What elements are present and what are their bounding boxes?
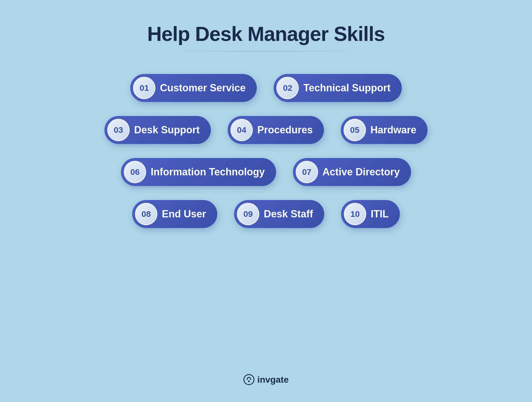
skill-label-08: End User <box>162 208 209 220</box>
skill-number-03: 03 <box>107 119 130 141</box>
svg-point-1 <box>248 380 250 382</box>
skill-number-09: 09 <box>237 203 259 225</box>
brand-logo: invgate <box>243 374 289 385</box>
skill-label-06: Information Technology <box>151 166 267 178</box>
skills-container: 01 Customer Service 02 Technical Support… <box>0 74 532 228</box>
skill-number-02: 02 <box>276 77 299 99</box>
skills-row-2: 03 Desk Support 04 Procedures 05 Hardwar… <box>104 116 428 144</box>
skill-pill-09: 09 Desk Staff <box>234 200 324 228</box>
skill-label-07: Active Directory <box>323 166 403 178</box>
skill-pill-08: 08 End User <box>132 200 217 228</box>
skill-number-01: 01 <box>133 77 155 99</box>
title-section: Help Desk Manager Skills <box>0 22 532 52</box>
page-title: Help Desk Manager Skills <box>0 22 532 45</box>
skill-number-04: 04 <box>230 119 253 141</box>
skill-label-04: Procedures <box>257 124 316 136</box>
skill-number-07: 07 <box>296 161 318 183</box>
skill-pill-07: 07 Active Directory <box>293 158 411 186</box>
skill-label-09: Desk Staff <box>264 208 316 220</box>
skill-label-02: Technical Support <box>303 82 393 94</box>
skill-pill-06: 06 Information Technology <box>121 158 276 186</box>
skill-pill-03: 03 Desk Support <box>104 116 211 144</box>
skill-pill-05: 05 Hardware <box>341 116 428 144</box>
brand-icon <box>243 374 255 385</box>
svg-point-0 <box>244 375 254 385</box>
divider <box>168 51 364 52</box>
skill-label-10: ITIL <box>371 208 391 220</box>
skill-number-05: 05 <box>344 119 366 141</box>
skills-row-4: 08 End User 09 Desk Staff 10 ITIL <box>132 200 400 228</box>
skill-number-06: 06 <box>124 161 146 183</box>
skill-label-03: Desk Support <box>134 124 202 136</box>
brand-name: invgate <box>257 375 289 385</box>
skill-label-01: Customer Service <box>160 82 248 94</box>
footer: invgate <box>243 374 289 385</box>
skill-pill-01: 01 Customer Service <box>130 74 257 102</box>
skills-row-1: 01 Customer Service 02 Technical Support <box>130 74 402 102</box>
skill-pill-02: 02 Technical Support <box>274 74 402 102</box>
skill-label-05: Hardware <box>370 124 419 136</box>
skill-number-08: 08 <box>135 203 157 225</box>
skills-row-3: 06 Information Technology 07 Active Dire… <box>121 158 411 186</box>
skill-number-10: 10 <box>344 203 366 225</box>
skill-pill-04: 04 Procedures <box>228 116 324 144</box>
skill-pill-10: 10 ITIL <box>341 200 400 228</box>
